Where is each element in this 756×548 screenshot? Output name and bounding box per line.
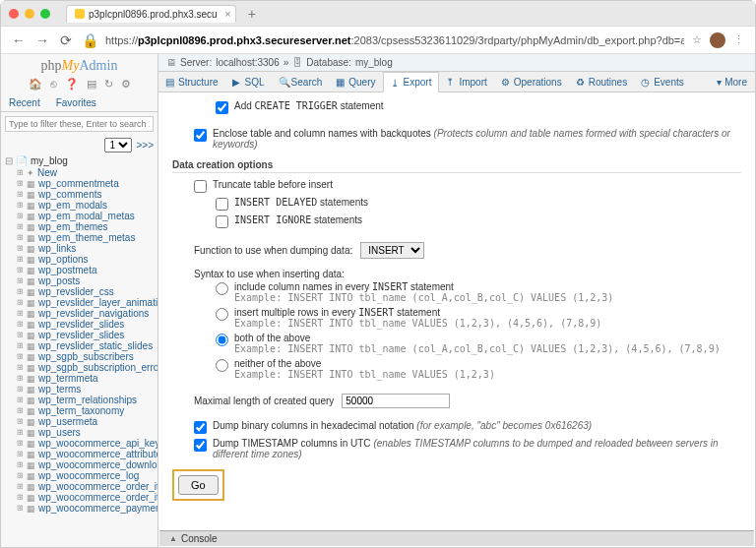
table-node[interactable]: ⊞▦wp_revslider_layer_animation [5, 297, 158, 308]
table-node[interactable]: ⊞▦wp_posts [5, 275, 158, 286]
table-node[interactable]: ⊞▦wp_usermeta [5, 416, 158, 427]
expand-icon[interactable]: ⊞ [17, 320, 24, 329]
table-node[interactable]: ⊞▦wp_em_modals [5, 200, 158, 211]
expand-icon[interactable]: ⊞ [17, 385, 24, 394]
expand-icon[interactable]: ⊞ [17, 439, 24, 448]
settings-icon[interactable]: ⚙ [121, 78, 131, 91]
logout-icon[interactable]: ⎋ [50, 78, 57, 91]
tab-import[interactable]: ⤒Import [439, 73, 493, 91]
tab-close-icon[interactable]: × [224, 8, 230, 20]
expand-icon[interactable]: ⊞ [17, 504, 24, 513]
page-next[interactable]: >>> [136, 140, 154, 151]
table-node[interactable]: ⊞▦wp_options [5, 254, 158, 265]
table-node[interactable]: ⊞▦wp_em_modal_metas [5, 211, 158, 221]
expand-icon[interactable]: ⊞ [17, 190, 24, 199]
expand-icon[interactable]: ⊞ [17, 450, 24, 458]
expand-icon[interactable]: ⊞ [17, 244, 24, 253]
home-icon[interactable]: 🏠 [29, 78, 42, 91]
table-node[interactable]: ⊞▦wp_comments [5, 189, 158, 200]
enclose-backquotes-checkbox[interactable] [194, 129, 207, 142]
tab-favorites[interactable]: Favorites [48, 94, 104, 111]
sql-icon[interactable]: ▤ [87, 78, 96, 91]
close-icon[interactable] [9, 9, 19, 19]
syntax-multi-rows-radio[interactable] [216, 308, 228, 321]
breadcrumb-server[interactable]: localhost:3306 [216, 57, 280, 68]
tab-query[interactable]: ▦Query [329, 73, 382, 91]
table-node[interactable]: ⊞▦wp_term_taxonomy [5, 405, 158, 416]
logo[interactable]: phpMyAdmin [1, 54, 158, 76]
table-node[interactable]: ⊞▦wp_sgpb_subscription_error_ [5, 362, 158, 373]
expand-icon[interactable]: ⊞ [17, 341, 24, 350]
syntax-include-cols-radio[interactable] [216, 282, 228, 295]
expand-icon[interactable]: ⊞ [17, 201, 24, 210]
tab-structure[interactable]: ▤Structure [158, 73, 225, 91]
expand-icon[interactable]: ⊞ [17, 179, 24, 188]
syntax-both-radio[interactable] [216, 334, 228, 346]
expand-icon[interactable]: ⊞ [17, 233, 24, 242]
tab-operations[interactable]: ⚙Operations [494, 73, 569, 91]
go-button[interactable]: Go [178, 475, 219, 495]
table-node[interactable]: ⊞▦wp_woocommerce_download [5, 459, 158, 470]
table-node[interactable]: ⊞▦wp_sgpb_subscribers [5, 351, 158, 362]
expand-icon[interactable]: ⊞ [17, 374, 24, 383]
tab-routines[interactable]: ♻Routines [569, 73, 634, 91]
page-select[interactable]: 1 [104, 138, 132, 152]
expand-icon[interactable]: ⊞ [17, 460, 24, 469]
expand-icon[interactable]: ⊞ [17, 363, 24, 372]
table-node[interactable]: ⊞▦wp_links [5, 243, 158, 254]
tree-filter-input[interactable] [5, 116, 154, 132]
expand-icon[interactable]: ⊞ [17, 287, 24, 296]
tabs-more[interactable]: ▾More [717, 77, 755, 88]
bookmark-icon[interactable]: ☆ [692, 33, 702, 46]
table-node[interactable]: ⊞▦wp_woocommerce_log [5, 470, 158, 481]
expand-icon[interactable]: ⊞ [17, 276, 24, 285]
table-node[interactable]: ⊞▦wp_revslider_navigations [5, 308, 158, 319]
table-node[interactable]: ⊞▦wp_em_themes [5, 221, 158, 232]
expand-icon[interactable]: ⊞ [17, 417, 24, 426]
docs-icon[interactable]: ❓ [65, 78, 79, 91]
forward-icon[interactable]: → [34, 32, 50, 48]
expand-icon[interactable]: ⊞ [17, 309, 24, 318]
expand-icon[interactable]: ⊞ [17, 428, 24, 437]
table-node[interactable]: ⊞▦wp_woocommerce_order_iter [5, 492, 158, 503]
table-node[interactable]: ⊞▦wp_em_theme_metas [5, 232, 158, 243]
breadcrumb-db[interactable]: my_blog [355, 57, 393, 68]
tab-events[interactable]: ◷Events [634, 73, 691, 91]
maxlen-input[interactable] [342, 394, 450, 408]
table-node[interactable]: ⊞▦wp_woocommerce_api_keys [5, 438, 158, 449]
expand-icon[interactable]: ⊞ [17, 406, 24, 415]
table-node[interactable]: ⊞▦wp_revslider_css [5, 286, 158, 297]
expand-icon[interactable]: ⊞ [17, 168, 24, 177]
insert-delayed-checkbox[interactable] [216, 198, 228, 211]
table-node[interactable]: ⊞▦wp_revslider_slides [5, 319, 158, 330]
expand-icon[interactable]: ⊞ [17, 352, 24, 361]
expand-icon[interactable]: ⊞ [17, 212, 24, 220]
tab-search[interactable]: 🔍Search [272, 73, 330, 91]
expand-icon[interactable]: ⊞ [17, 298, 24, 307]
browser-tab[interactable]: p3plcpnl0896.prod.phx3.secu × [66, 5, 236, 23]
insert-ignore-checkbox[interactable] [216, 215, 228, 228]
console-bar[interactable]: ▲ Console [159, 530, 754, 546]
syntax-neither-radio[interactable] [216, 359, 228, 372]
zoom-icon[interactable] [40, 9, 50, 19]
expand-icon[interactable]: ⊞ [17, 266, 24, 274]
add-create-trigger-checkbox[interactable] [216, 101, 228, 114]
reload-icon[interactable]: ⟳ [58, 32, 74, 48]
db-node[interactable]: ⊟ 📄 my_blog [5, 154, 158, 167]
expand-icon[interactable]: ⊞ [17, 255, 24, 264]
expand-icon[interactable]: ⊞ [17, 222, 24, 231]
tab-sql[interactable]: ▶SQL [225, 73, 272, 91]
expand-icon[interactable]: ⊞ [17, 396, 24, 404]
table-node[interactable]: ⊞▦wp_postmeta [5, 265, 158, 275]
kebab-menu-icon[interactable]: ⋮ [733, 33, 745, 46]
table-node[interactable]: ⊞▦wp_termmeta [5, 373, 158, 384]
table-node[interactable]: ⊞▦wp_commentmeta [5, 178, 158, 189]
dump-ts-utc-checkbox[interactable] [194, 439, 207, 452]
tab-export[interactable]: ⤓Export [383, 72, 440, 92]
expand-icon[interactable]: ⊞ [17, 482, 24, 491]
table-node[interactable]: ⊞▦wp_woocommerce_order_iter [5, 481, 158, 492]
console-toggle-icon[interactable]: ▲ [169, 534, 177, 543]
minimize-icon[interactable] [25, 9, 34, 19]
expand-icon[interactable]: ⊞ [17, 493, 24, 502]
table-node[interactable]: ⊞▦wp_revslider_static_slides [5, 340, 158, 351]
